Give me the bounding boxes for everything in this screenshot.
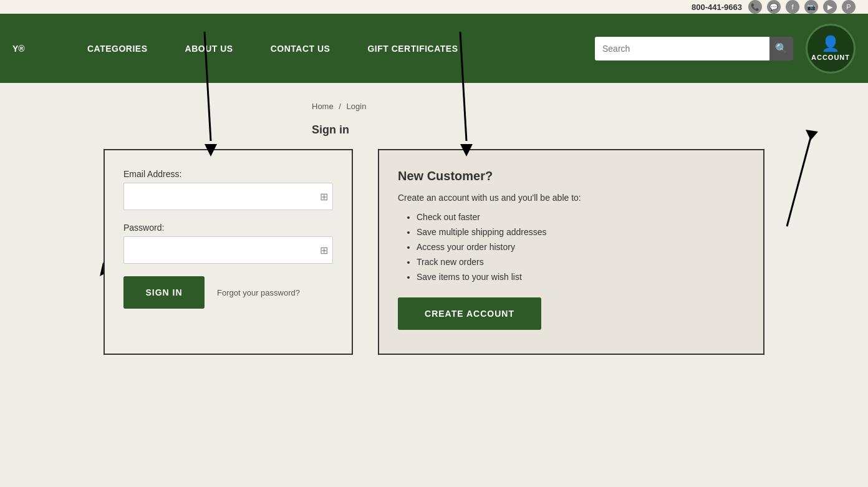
benefit-5: Save items to your wish list (417, 272, 745, 282)
nav-categories[interactable]: CATEGORIES (69, 44, 166, 54)
phone-icon[interactable]: 📞 (748, 0, 762, 14)
nav-gift[interactable]: GIFT CERTIFICATES (349, 44, 476, 54)
navigation: Y® CATEGORIES ABOUT US CONTACT US GIFT C… (0, 14, 868, 83)
youtube-icon[interactable]: ▶ (823, 0, 837, 14)
email-field-wrapper: ⊞ (123, 183, 333, 210)
email-input[interactable] (123, 183, 333, 210)
facebook-icon[interactable]: f (786, 0, 799, 14)
nav-links: CATEGORIES ABOUT US CONTACT US GIFT CERT… (69, 44, 595, 54)
two-column-layout: Email Address: ⊞ Password: ⊞ SIGN IN For… (104, 149, 764, 355)
breadcrumb-current: Login (347, 102, 367, 111)
search-input[interactable] (595, 37, 769, 60)
account-button[interactable]: 👤 ACCOUNT (806, 24, 856, 74)
breadcrumb-home[interactable]: Home (312, 102, 334, 111)
svg-marker-5 (205, 144, 217, 157)
extra-icon[interactable]: P (842, 0, 856, 14)
benefit-3: Access your order history (417, 242, 745, 252)
instagram-icon[interactable]: 📷 (804, 0, 818, 14)
email-label: Email Address: (123, 169, 333, 179)
phone-number: 800-441-9663 (692, 2, 742, 12)
new-customer-description: Create an account with us and you'll be … (398, 193, 745, 203)
create-account-button[interactable]: CREATE ACCOUNT (398, 297, 541, 330)
forgot-password-link[interactable]: Forgot your password? (217, 288, 300, 297)
signin-actions: SIGN IN Forgot your password? (123, 276, 333, 309)
top-bar: 800-441-9663 📞 💬 f 📷 ▶ P (0, 0, 868, 14)
benefit-4: Track new orders (417, 257, 745, 267)
password-input-icon: ⊞ (320, 244, 328, 256)
search-button[interactable]: 🔍 (769, 37, 793, 60)
nav-contact[interactable]: CONTACT US (252, 44, 349, 54)
logo[interactable]: Y® (12, 44, 50, 54)
new-customer-box: New Customer? Create an account with us … (378, 149, 764, 355)
new-customer-title: New Customer? (398, 169, 745, 183)
svg-marker-3 (806, 130, 818, 140)
breadcrumb: Home / Login (312, 102, 843, 111)
social-icons: 📞 💬 f 📷 ▶ P (748, 0, 856, 14)
chat-icon[interactable]: 💬 (767, 0, 781, 14)
svg-line-2 (787, 133, 812, 226)
benefit-1: Check out faster (417, 212, 745, 222)
password-input[interactable] (123, 236, 333, 264)
account-icon: 👤 (821, 36, 841, 51)
email-input-icon: ⊞ (320, 191, 328, 203)
signin-box: Email Address: ⊞ Password: ⊞ SIGN IN For… (104, 149, 353, 355)
nav-about[interactable]: ABOUT US (166, 44, 252, 54)
search-area: 🔍 (595, 37, 793, 60)
password-label: Password: (123, 223, 333, 233)
breadcrumb-separator: / (339, 102, 341, 111)
password-field-wrapper: ⊞ (123, 236, 333, 264)
benefits-list: Check out faster Save multiple shipping … (398, 212, 745, 282)
signin-button[interactable]: SIGN IN (123, 276, 205, 309)
main-content: Home / Login Sign in Email Address: ⊞ Pa… (0, 83, 868, 482)
account-label: ACCOUNT (811, 54, 850, 61)
svg-marker-7 (460, 144, 473, 157)
benefit-2: Save multiple shipping addresses (417, 227, 745, 237)
